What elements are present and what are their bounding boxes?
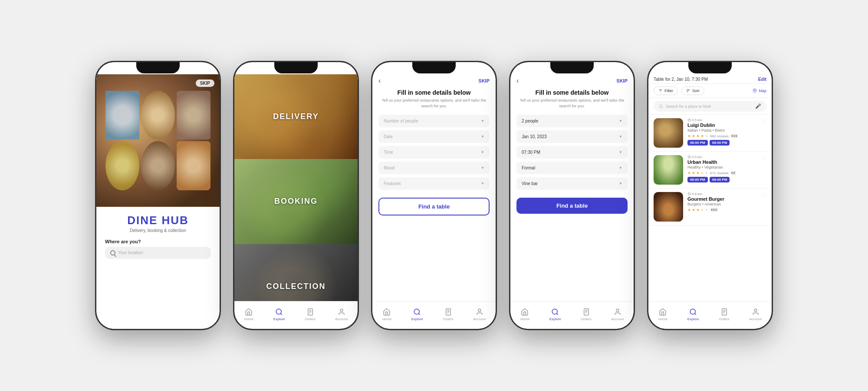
features-field-3[interactable]: Features ▼ <box>378 177 490 190</box>
explore-icon-5 <box>689 308 697 316</box>
bottom-nav-4: Home Explore Orders <box>510 301 634 329</box>
restaurant-search[interactable]: Search for a place or food 🎤 <box>654 101 766 112</box>
form-title-3: Fill in some details below Tell us your … <box>372 86 496 110</box>
svg-point-3 <box>414 309 419 314</box>
nav-home-3[interactable]: Home <box>382 308 391 321</box>
favorite-icon-urban[interactable]: ♡ <box>761 155 766 162</box>
time-dropdown-arrow-4: ▼ <box>619 150 622 154</box>
time-badge-luigi-1[interactable]: 08:00 PM <box>687 140 708 146</box>
orders-icon-2 <box>306 308 315 316</box>
favorite-icon-burger[interactable]: ♡ <box>761 192 766 199</box>
restaurant-image-luigi <box>654 118 683 148</box>
sort-button[interactable]: Sort <box>681 86 704 95</box>
date-field-3[interactable]: Date ▼ <box>378 130 490 143</box>
favorite-icon-luigi[interactable]: ♡ <box>761 118 766 125</box>
restaurant-card-urban[interactable]: 0.5 km Urban Health Healthy • Vegetarian… <box>648 152 772 189</box>
people-field-3[interactable]: Number of people ▼ <box>378 115 490 127</box>
app-intro: DINE HUB Delivery, booking & collection … <box>96 207 220 262</box>
nav-orders-5[interactable]: Orders <box>719 308 729 321</box>
filter-button[interactable]: Filter <box>654 86 678 95</box>
svg-point-20 <box>690 309 695 314</box>
people-field-4[interactable]: 2 people ▼ <box>516 115 628 127</box>
nav-explore-4[interactable]: Explore <box>549 308 561 321</box>
time-value-4: 07:30 PM <box>522 150 540 155</box>
nav-account-5[interactable]: Account <box>749 308 762 321</box>
restaurant-info-luigi: 0.5 km Luigi Dublin Italian • Pasta • Bi… <box>687 118 757 146</box>
account-label-2: Account <box>335 317 348 321</box>
svg-point-6 <box>552 309 557 314</box>
nav-home-4[interactable]: Home <box>520 308 529 321</box>
restaurant-name-burger: Gourmet Burger <box>687 196 757 202</box>
mood-field-4[interactable]: Formal ▼ <box>516 162 628 174</box>
find-table-button-3[interactable]: Find a table <box>378 198 490 215</box>
features-value-4: Vine bar <box>522 181 538 186</box>
date-dropdown-arrow-4: ▼ <box>619 135 622 139</box>
restaurant-price-urban: €€ <box>731 171 736 175</box>
skip-button-3[interactable]: SKIP <box>478 78 490 83</box>
form-header-3: ‹ SKIP <box>372 74 496 86</box>
skip-button[interactable]: SKIP <box>196 80 214 87</box>
time-field-3[interactable]: Time ▼ <box>378 146 490 159</box>
hero-image: SKIP <box>96 74 220 207</box>
account-label-5: Account <box>749 317 762 321</box>
features-field-4[interactable]: Vine bar ▼ <box>516 177 628 190</box>
nav-explore-3[interactable]: Explore <box>411 308 423 321</box>
svg-point-22 <box>754 309 757 311</box>
find-table-button-4[interactable]: Find a table <box>516 198 628 214</box>
subtitle-text-3: Tell us your preferred restaurants optio… <box>381 98 487 109</box>
time-field-4[interactable]: 07:30 PM ▼ <box>516 146 628 159</box>
location-search[interactable]: Your location <box>105 247 211 259</box>
map-button[interactable]: Map <box>753 89 766 93</box>
mood-label-3: Mood <box>384 166 395 170</box>
back-button-3[interactable]: ‹ <box>378 77 381 85</box>
restaurant-name-luigi: Luigi Dublin <box>687 123 757 128</box>
delivery-section[interactable]: DELIVERY <box>234 74 358 159</box>
nav-account-3[interactable]: Account <box>473 308 486 321</box>
time-dropdown-arrow-3: ▼ <box>481 150 484 154</box>
notch-5 <box>688 62 732 73</box>
restaurant-card-burger[interactable]: 0.8 km Gourmet Burger Burgers • American… <box>648 189 772 225</box>
nav-orders-2[interactable]: Orders <box>305 308 315 321</box>
nav-home-2[interactable]: Home <box>244 308 253 321</box>
orders-label-5: Orders <box>719 317 729 321</box>
date-dropdown-arrow-3: ▼ <box>481 135 484 139</box>
subtitle-text-4: Tell us your preferred restaurants optio… <box>519 98 625 109</box>
notch-1 <box>136 62 180 73</box>
account-label-4: Account <box>611 317 624 321</box>
bottom-nav-3: Home Explore Orders <box>372 301 496 329</box>
booking-section[interactable]: BOOKING <box>234 159 358 244</box>
restaurant-card-luigi[interactable]: 0.5 km Luigi Dublin Italian • Pasta • Bi… <box>648 115 772 152</box>
restaurant-image-urban <box>654 155 683 185</box>
orders-label-3: Orders <box>443 317 453 321</box>
svg-point-17 <box>689 119 690 120</box>
nav-home-5[interactable]: Home <box>658 308 667 321</box>
edit-button[interactable]: Edit <box>758 77 766 82</box>
time-badge-luigi-2[interactable]: 08:00 PM <box>710 140 730 146</box>
nav-orders-3[interactable]: Orders <box>443 308 453 321</box>
features-label-3: Features <box>384 181 401 186</box>
skip-button-4[interactable]: SKIP <box>616 78 628 83</box>
form-title-4: Fill in some details below Tell us your … <box>510 86 634 110</box>
nav-explore-2[interactable]: Explore <box>273 308 285 321</box>
date-value-4: Jan 10, 2023 <box>522 134 547 139</box>
phone-3: ‹ SKIP Fill in some details below Tell u… <box>371 61 497 330</box>
nav-account-4[interactable]: Account <box>611 308 624 321</box>
app-title: DINE HUB <box>127 214 189 227</box>
nav-account-2[interactable]: Account <box>335 308 348 321</box>
svg-point-16 <box>659 105 662 108</box>
date-field-4[interactable]: Jan 10, 2023 ▼ <box>516 130 628 143</box>
restaurant-image-burger <box>654 192 683 222</box>
time-badge-urban-2[interactable]: 08:00 PM <box>710 177 730 182</box>
restaurant-cuisine-urban: Healthy • Vegetarian <box>687 165 757 169</box>
date-label-3: Date <box>384 134 393 139</box>
nav-explore-5[interactable]: Explore <box>687 308 699 321</box>
results-top-bar: Table for 2, Jan 10, 7:30 PM Edit <box>648 74 772 84</box>
restaurant-times-urban: 08:00 PM 08:00 PM <box>687 177 757 182</box>
home-label-5: Home <box>658 317 667 321</box>
restaurant-stars-urban: ★ ★ ★ ★ ★ 671 reviews €€ <box>687 171 757 175</box>
back-button-4[interactable]: ‹ <box>516 77 519 85</box>
mood-dropdown-arrow-3: ▼ <box>481 166 484 170</box>
time-badge-urban-1[interactable]: 08:00 PM <box>687 177 708 182</box>
mood-field-3[interactable]: Mood ▼ <box>378 162 490 174</box>
nav-orders-4[interactable]: Orders <box>581 308 591 321</box>
